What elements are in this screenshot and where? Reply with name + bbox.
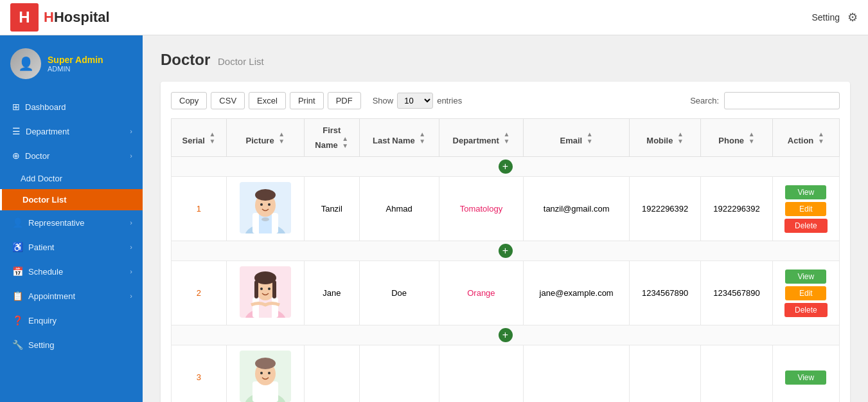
cell-email xyxy=(524,345,630,403)
sidebar-label-patient: Patient xyxy=(28,242,54,252)
main-content: Doctor Doctor List Copy CSV Excel Print … xyxy=(143,35,868,402)
doctor-table: Serial ▲▼ Picture ▲▼ FirstName ▲▼ Last N… xyxy=(171,118,840,402)
table-toolbar: Copy CSV Excel Print PDF Show 10 25 50 1… xyxy=(171,92,840,109)
phone-sort[interactable]: ▲▼ xyxy=(748,131,755,145)
gear-icon[interactable]: ⚙ xyxy=(847,10,858,24)
cell-serial: 1 xyxy=(172,177,227,241)
edit-button[interactable]: Edit xyxy=(785,286,826,300)
view-button[interactable]: View xyxy=(785,370,826,385)
representative-icon: 👤 xyxy=(12,217,23,228)
department-link[interactable]: Tomatology xyxy=(460,204,502,214)
cell-department xyxy=(439,345,524,403)
svg-point-6 xyxy=(261,217,269,221)
print-button[interactable]: Print xyxy=(290,92,324,109)
picture-sort[interactable]: ▲▼ xyxy=(278,131,285,145)
delete-button[interactable]: Delete xyxy=(784,303,828,317)
pdf-button[interactable]: PDF xyxy=(328,92,361,109)
excel-button[interactable]: Excel xyxy=(249,92,286,109)
cell-serial: 2 xyxy=(172,261,227,325)
sidebar-item-doctor[interactable]: ⊕ Doctor › xyxy=(0,143,143,168)
sidebar-item-appointment[interactable]: 📋 Appointment › xyxy=(0,284,143,308)
cell-email: jane@example.com xyxy=(524,261,630,325)
user-profile: 👤 Super Admin ADMIN xyxy=(0,35,143,92)
expand-icon[interactable]: + xyxy=(499,160,513,174)
delete-button[interactable]: Delete xyxy=(784,219,828,233)
sidebar-item-department[interactable]: ☰ Department › xyxy=(0,119,143,143)
copy-button[interactable]: Copy xyxy=(171,92,207,109)
email-sort[interactable]: ▲▼ xyxy=(587,131,593,145)
cell-first-name xyxy=(304,345,359,403)
col-mobile: Mobile ▲▼ xyxy=(629,119,700,157)
sidebar-label-doctor: Doctor xyxy=(25,151,49,161)
schedule-arrow: › xyxy=(130,268,132,275)
sidebar-item-representative[interactable]: 👤 Representative › xyxy=(0,210,143,235)
cell-phone: 1922296392 xyxy=(701,177,772,241)
doctor-photo xyxy=(240,266,291,318)
svg-point-27 xyxy=(268,372,270,374)
svg-point-20 xyxy=(268,288,270,290)
edit-button[interactable]: Edit xyxy=(785,202,826,216)
cell-picture xyxy=(226,345,304,403)
appointment-icon: 📋 xyxy=(12,291,23,301)
expand-icon[interactable]: + xyxy=(499,244,513,258)
patient-icon: ♿ xyxy=(12,242,23,252)
sidebar-item-dashboard[interactable]: ⊞ Dashboard xyxy=(0,95,143,119)
view-button[interactable]: View xyxy=(785,185,826,199)
cell-first-name: Jane xyxy=(304,261,359,325)
sidebar-item-enquiry[interactable]: ❓ Enquiry xyxy=(0,308,143,333)
cell-first-name: Tanzil xyxy=(304,177,359,241)
sidebar-item-patient[interactable]: ♿ Patient › xyxy=(0,235,143,259)
avatar-image: 👤 xyxy=(10,48,41,79)
action-sort[interactable]: ▲▼ xyxy=(818,131,824,145)
setting-label[interactable]: Setting xyxy=(811,12,840,23)
col-email: Email ▲▼ xyxy=(524,119,630,157)
doctor-icon: ⊕ xyxy=(12,151,20,161)
representative-arrow: › xyxy=(130,219,132,226)
cell-picture xyxy=(226,177,304,241)
action-buttons: View Edit Delete xyxy=(778,185,834,233)
doctor-photo xyxy=(240,351,291,402)
col-action: Action ▲▼ xyxy=(772,119,839,157)
sidebar-label-schedule: Schedule xyxy=(28,267,63,277)
dept-sort[interactable]: ▲▼ xyxy=(503,131,509,145)
department-link[interactable]: Orange xyxy=(467,288,495,298)
sidebar-label-add-doctor: Add Doctor xyxy=(21,174,62,183)
cell-email: tanzil@gmail.com xyxy=(524,177,630,241)
search-input[interactable] xyxy=(724,92,840,109)
logo-icon: H xyxy=(10,3,39,32)
svg-point-26 xyxy=(260,372,263,374)
table-row: 3 View xyxy=(172,345,840,403)
col-first-name: FirstName ▲▼ xyxy=(304,119,359,157)
serial-sort[interactable]: ▲▼ xyxy=(209,131,216,145)
sidebar-item-add-doctor[interactable]: Add Doctor xyxy=(0,168,143,189)
sidebar-item-schedule[interactable]: 📅 Schedule › xyxy=(0,259,143,284)
cell-picture xyxy=(226,261,304,325)
svg-point-9 xyxy=(260,203,263,206)
cell-mobile: 1234567890 xyxy=(629,261,700,325)
sidebar-item-setting[interactable]: 🔧 Setting xyxy=(0,333,143,357)
mobile-sort[interactable]: ▲▼ xyxy=(677,131,684,145)
table-row: 1 Tanzil Ahm xyxy=(172,177,840,241)
sidebar-item-doctor-list[interactable]: Doctor List xyxy=(0,189,143,210)
layout: 👤 Super Admin ADMIN ⊞ Dashboard ☰ Depart… xyxy=(0,35,868,402)
cell-department: Tomatology xyxy=(439,177,524,241)
view-button[interactable]: View xyxy=(785,270,826,284)
csv-button[interactable]: CSV xyxy=(211,92,245,109)
firstname-sort[interactable]: ▲▼ xyxy=(342,135,348,149)
cell-last-name: Doe xyxy=(359,261,439,325)
entries-label: entries xyxy=(437,96,462,105)
svg-rect-18 xyxy=(272,280,276,298)
lastname-sort[interactable]: ▲▼ xyxy=(419,131,425,145)
page-header: Doctor Doctor List xyxy=(161,51,850,69)
patient-arrow: › xyxy=(130,243,132,251)
expand-icon[interactable]: + xyxy=(499,328,513,342)
topbar-right: Setting ⚙ xyxy=(811,10,858,24)
entries-select[interactable]: 10 25 50 100 xyxy=(397,93,433,109)
table-body: + 1 Tan xyxy=(172,157,840,403)
table-container: Copy CSV Excel Print PDF Show 10 25 50 1… xyxy=(161,82,850,402)
col-serial: Serial ▲▼ xyxy=(172,119,227,157)
cell-mobile xyxy=(629,345,700,403)
svg-point-10 xyxy=(268,203,270,206)
cell-mobile: 1922296392 xyxy=(629,177,700,241)
action-buttons-partial: View xyxy=(778,370,834,385)
